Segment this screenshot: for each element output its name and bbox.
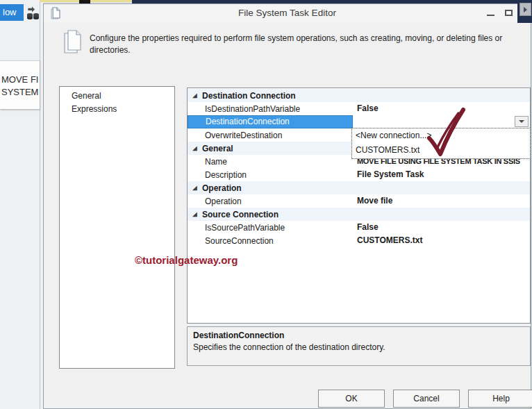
property-row[interactable]: IsDestinationPathVariable False [188,102,530,115]
property-row[interactable]: SourceConnection CUSTOMERS.txt [188,234,530,247]
file-pages-icon [62,29,83,60]
property-name: Operation [188,197,353,206]
dialog-document-icon [50,7,61,22]
category-label: Operation [202,183,242,193]
category-destination-connection[interactable]: ◢ Destination Connection [188,89,530,102]
expander-icon[interactable]: ◢ [190,145,200,151]
dropdown-button[interactable] [515,116,529,127]
property-row[interactable]: Operation Move file [188,194,530,208]
file-system-task-editor-dialog: File System Task Editor Configure the pr… [43,3,531,409]
collapse-panel-button[interactable] [519,3,531,16]
nav-item-general[interactable]: General [60,90,174,103]
task-shape-move-file[interactable]: MOVE FI SYSTEM [0,60,40,110]
expander-icon[interactable]: ◢ [190,92,200,99]
ok-button[interactable]: OK [318,390,385,408]
property-row[interactable]: Description File System Task [188,168,530,181]
help-panel-title: DestinationConnection [193,331,524,340]
task-shape-label-line2: SYSTEM [0,86,40,99]
maximize-icon [505,10,513,16]
chevron-down-icon [519,120,524,123]
dialog-title: File System Task Editor [44,4,531,22]
property-name: DestinationConnection [188,115,353,128]
category-label: Source Connection [202,210,279,219]
property-name: OverwriteDestination [188,131,353,140]
category-source-connection[interactable]: ◢ Source Connection [188,208,530,221]
panel-divider [40,0,40,409]
category-label: General [202,144,233,153]
property-value[interactable]: False [353,221,530,234]
property-row-selected[interactable]: DestinationConnection [188,115,530,128]
property-help-panel: DestinationConnection Specifies the conn… [187,326,531,366]
property-value[interactable] [353,115,530,128]
nav-item-expressions[interactable]: Expressions [60,103,174,116]
task-shape-label-line1: MOVE FI [0,74,40,86]
property-name: IsDestinationPathVariable [188,104,353,114]
designer-tab-flow[interactable]: low [0,4,24,21]
dropdown-option-customers[interactable]: CUSTOMERS.txt [352,143,530,158]
property-name: SourceConnection [188,236,353,246]
help-button[interactable]: Help [468,390,532,408]
property-value[interactable]: Move file [353,194,530,208]
minimize-icon [487,15,494,16]
property-row[interactable]: IsSourcePathVariable False [188,221,530,234]
property-name: Name [188,157,353,167]
property-name: Description [188,170,353,180]
cancel-button[interactable]: Cancel [393,390,460,408]
screen: low MOVE FI SYSTEM File Syst [0,0,532,409]
property-value[interactable]: CUSTOMERS.txt [353,234,530,247]
connection-dropdown-list: <New connection...> CUSTOMERS.txt [351,128,531,159]
expander-icon[interactable]: ◢ [190,185,200,191]
dialog-description: Configure the properties required to per… [90,33,522,56]
property-grid: ◢ Destination Connection IsDestinationPa… [187,87,531,324]
expander-icon[interactable]: ◢ [190,211,200,217]
chevron-right-icon [524,7,527,12]
pages-listbox[interactable]: General Expressions [59,86,175,369]
dropdown-option-new-connection[interactable]: <New connection...> [352,128,530,143]
property-value[interactable]: File System Task [353,168,530,181]
maximize-button[interactable] [499,4,517,21]
dialog-titlebar[interactable]: File System Task Editor [44,4,531,22]
category-operation[interactable]: ◢ Operation [188,181,530,194]
property-value[interactable]: False [353,102,530,115]
data-flow-icon[interactable] [26,6,40,23]
category-label: Destination Connection [202,91,296,101]
help-panel-text: Specifies the connection of the destinat… [193,342,524,352]
property-name: IsSourcePathVariable [188,223,353,233]
watermark-text: ©tutorialgateway.org [135,254,238,266]
minimize-button[interactable] [481,4,499,21]
